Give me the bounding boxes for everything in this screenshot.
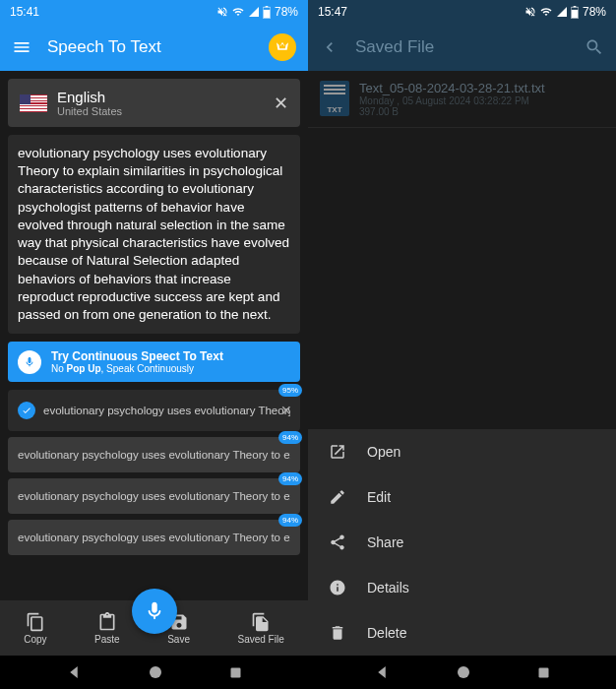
delete-icon [329, 624, 346, 642]
close-icon[interactable]: ✕ [280, 403, 292, 418]
app-title: Saved File [355, 37, 569, 57]
confidence-badge: 95% [278, 384, 302, 397]
screen-saved-file: 15:47 78% Saved File TXT Text_05-08-2024… [308, 0, 616, 689]
svg-rect-7 [574, 6, 577, 7]
mic-icon [144, 600, 165, 622]
confidence-badge: 94% [278, 472, 302, 485]
status-icons [524, 6, 579, 19]
history-text: evolutionary psychology uses evolutionar… [18, 449, 290, 461]
screen-speech-to-text: 15:41 78% Speech To Text English United … [0, 0, 308, 689]
menu-icon[interactable] [12, 37, 31, 57]
file-item[interactable]: TXT Text_05-08-2024-03-28-21.txt.txt Mon… [308, 71, 616, 128]
mic-button[interactable] [132, 589, 177, 634]
action-label: Delete [367, 625, 406, 641]
transcript-text[interactable]: evolutionary psychology uses evolutionar… [8, 135, 300, 334]
copy-icon [26, 612, 45, 632]
app-bar: Saved File [308, 24, 616, 71]
paste-icon [97, 612, 117, 632]
nav-back-icon[interactable] [65, 663, 83, 681]
battery-icon [263, 6, 271, 19]
action-delete[interactable]: Delete [308, 610, 616, 656]
signal-icon [248, 6, 260, 18]
status-time: 15:41 [10, 5, 39, 19]
paste-button[interactable]: Paste [94, 612, 120, 645]
open-icon [329, 443, 346, 461]
wifi-icon [231, 6, 245, 18]
crown-icon [275, 39, 290, 55]
status-battery: 78% [275, 5, 298, 19]
status-bar: 15:47 78% [308, 0, 616, 24]
info-icon [329, 579, 346, 596]
status-time: 15:47 [318, 5, 347, 19]
action-share[interactable]: Share [308, 520, 616, 565]
history-item[interactable]: evolutionary psychology uses evolutionar… [8, 390, 300, 431]
action-label: Open [367, 444, 400, 460]
action-label: Edit [367, 489, 391, 505]
mute-icon [524, 6, 536, 18]
app-title: Speech To Text [47, 37, 253, 57]
action-label: Share [367, 534, 403, 550]
files-icon [251, 612, 271, 632]
action-label: Details [367, 580, 409, 595]
nav-back-icon[interactable] [373, 663, 391, 681]
mute-icon [216, 6, 228, 18]
nav-recent-icon[interactable] [228, 665, 243, 680]
status-right: 78% [216, 5, 298, 19]
wifi-icon [539, 6, 553, 18]
file-list-dimmed: TXT Text_05-08-2024-03-28-21.txt.txt Mon… [308, 71, 616, 429]
saved-file-button[interactable]: Saved File [237, 612, 283, 645]
history-list: evolutionary psychology uses evolutionar… [8, 390, 300, 555]
mic-small-icon [18, 350, 41, 374]
nav-bar [308, 656, 616, 689]
file-info: Text_05-08-2024-03-28-21.txt.txt Monday … [359, 81, 604, 117]
continuous-text: Try Continuous Speect To Text No Pop Up,… [51, 349, 223, 374]
svg-rect-1 [264, 9, 271, 17]
continuous-subtitle: No Pop Up, Speak Continuously [51, 363, 223, 374]
history-item[interactable]: evolutionary psychology uses evolutionar… [8, 437, 300, 472]
file-name: Text_05-08-2024-03-28-21.txt.txt [359, 81, 604, 95]
confidence-badge: 94% [278, 514, 302, 527]
svg-rect-4 [231, 667, 241, 677]
history-text: evolutionary psychology uses evolutionar… [43, 405, 290, 416]
nav-home-icon[interactable] [456, 664, 471, 680]
back-icon[interactable] [320, 37, 339, 57]
history-text: evolutionary psychology uses evolutionar… [18, 532, 290, 543]
svg-rect-2 [266, 6, 269, 7]
language-selector[interactable]: English United States ✕ [8, 79, 300, 127]
svg-rect-6 [572, 9, 579, 17]
continuous-mode-card[interactable]: Try Continuous Speect To Text No Pop Up,… [8, 342, 300, 382]
status-right: 78% [524, 5, 606, 19]
status-icons [216, 6, 271, 19]
nav-recent-icon[interactable] [536, 665, 551, 680]
close-icon[interactable]: ✕ [274, 93, 288, 114]
share-icon [329, 533, 346, 551]
file-date: Monday , 05 August 2024 03:28:22 PM [359, 95, 604, 106]
continuous-title: Try Continuous Speect To Text [51, 349, 223, 363]
action-details[interactable]: Details [308, 565, 616, 610]
language-region: United States [57, 105, 264, 117]
history-item[interactable]: evolutionary psychology uses evolutionar… [8, 478, 300, 514]
status-bar: 15:41 78% [0, 0, 308, 24]
check-icon [18, 402, 35, 419]
premium-button[interactable] [269, 33, 296, 61]
battery-icon [571, 6, 579, 19]
copy-button[interactable]: Copy [24, 612, 46, 645]
action-sheet: Open Edit Share Details Delete [308, 429, 616, 656]
search-icon[interactable] [585, 37, 604, 57]
history-item[interactable]: evolutionary psychology uses evolutionar… [8, 520, 300, 555]
action-edit[interactable]: Edit [308, 474, 616, 520]
svg-point-8 [458, 666, 469, 678]
nav-bar [0, 656, 308, 689]
action-open[interactable]: Open [308, 429, 616, 474]
svg-rect-9 [539, 667, 549, 677]
app-bar: Speech To Text [0, 24, 308, 71]
svg-point-3 [150, 666, 161, 678]
signal-icon [556, 6, 568, 18]
nav-home-icon[interactable] [148, 664, 163, 680]
content-area: English United States ✕ evolutionary psy… [0, 71, 308, 600]
language-name: English [57, 89, 264, 105]
txt-file-icon: TXT [320, 81, 349, 116]
language-info: English United States [57, 89, 264, 117]
edit-icon [329, 488, 346, 506]
flag-icon [20, 94, 47, 112]
